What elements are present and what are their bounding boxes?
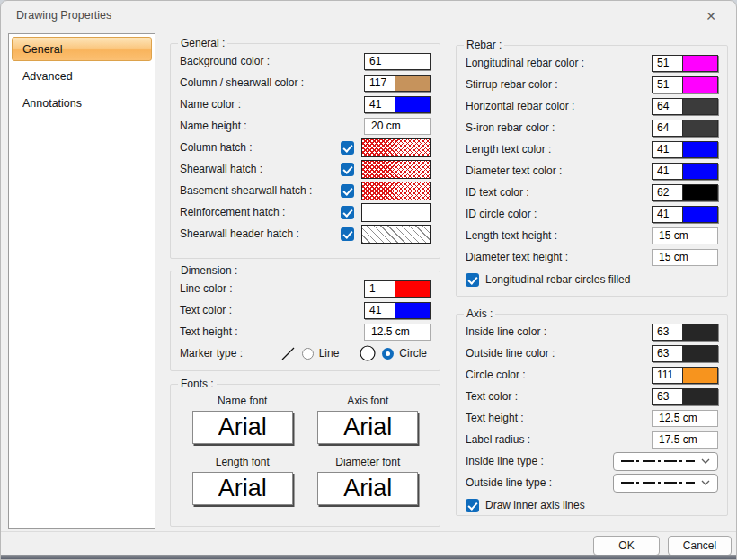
color-swatch[interactable]: [683, 142, 717, 157]
field-label: Name height :: [180, 120, 247, 132]
sidebar-item-general[interactable]: General: [12, 37, 152, 61]
axis-font-cell: Axis font Arial: [317, 395, 418, 444]
sidebar-item-label: Advanced: [22, 70, 73, 83]
id-circle-color-picker[interactable]: 41: [652, 206, 718, 223]
sidebar-item-advanced[interactable]: Advanced: [12, 64, 152, 88]
color-swatch[interactable]: [683, 346, 717, 361]
color-swatch[interactable]: [395, 54, 430, 69]
dim-text-height-input[interactable]: 12.5 cm: [364, 324, 431, 341]
background-color-picker[interactable]: 61: [364, 53, 431, 70]
length-font-button[interactable]: Arial: [192, 472, 293, 505]
color-swatch[interactable]: [395, 76, 430, 91]
axis-font-button[interactable]: Arial: [317, 411, 418, 444]
shearwall-hatch-swatch[interactable]: [361, 160, 431, 179]
color-number[interactable]: 63: [653, 346, 683, 361]
color-number[interactable]: 62: [653, 185, 683, 200]
axis-text-height-input[interactable]: 12.5 cm: [652, 410, 718, 427]
color-swatch[interactable]: [683, 56, 717, 71]
color-number[interactable]: 61: [365, 54, 395, 69]
length-text-color-picker[interactable]: 41: [652, 141, 718, 158]
color-swatch[interactable]: [395, 281, 430, 297]
column-hatch-checkbox[interactable]: [341, 141, 354, 155]
color-swatch[interactable]: [683, 164, 717, 179]
sidebar-item-annotations[interactable]: Annotations: [12, 91, 152, 115]
color-swatch[interactable]: [683, 185, 717, 200]
close-icon[interactable]: ✕: [695, 4, 727, 27]
marker-circle-radio[interactable]: [382, 348, 394, 360]
color-number[interactable]: 51: [653, 56, 683, 71]
color-swatch[interactable]: [683, 207, 717, 222]
color-swatch[interactable]: [683, 368, 717, 383]
longitudinal-rebar-color-picker[interactable]: 51: [652, 55, 718, 72]
color-swatch[interactable]: [683, 324, 717, 340]
cancel-button[interactable]: Cancel: [668, 536, 732, 556]
color-swatch[interactable]: [683, 389, 717, 404]
basement-shearwall-hatch-row: Basement shearwall hatch :: [180, 180, 431, 201]
s-iron-rebar-color-picker[interactable]: 64: [652, 120, 718, 137]
dim-text-color-row: Text color : 41: [180, 299, 431, 321]
color-number[interactable]: 41: [653, 207, 683, 222]
color-number[interactable]: 41: [365, 303, 395, 318]
inside-line-type-dropdown[interactable]: [613, 452, 718, 471]
color-swatch[interactable]: [395, 303, 430, 318]
dash-dot-line-icon: [621, 460, 695, 462]
reinforcement-hatch-checkbox[interactable]: [341, 206, 354, 219]
id-text-color-row: ID text color : 62: [466, 182, 718, 203]
category-sidebar: General Advanced Annotations: [8, 33, 155, 529]
font-caption: Length font: [216, 456, 270, 468]
chevron-down-icon: [701, 480, 710, 485]
color-swatch[interactable]: [395, 97, 430, 112]
axis-text-color-picker[interactable]: 63: [652, 388, 718, 405]
title-bar[interactable]: Drawing Properties ✕: [1, 1, 736, 30]
field-label: Text height :: [466, 412, 524, 424]
name-color-picker[interactable]: 41: [364, 96, 431, 113]
color-number[interactable]: 64: [653, 99, 683, 114]
color-number[interactable]: 63: [653, 324, 683, 340]
horizontal-rebar-color-picker[interactable]: 64: [652, 98, 718, 115]
column-shearwall-color-picker[interactable]: 117: [364, 75, 431, 92]
field-label: Longitudinal rebar color :: [466, 57, 584, 69]
name-height-input[interactable]: 20 cm: [364, 118, 431, 135]
shearwall-header-hatch-checkbox[interactable]: [341, 227, 354, 241]
shearwall-header-hatch-swatch[interactable]: [361, 225, 431, 244]
column-hatch-swatch[interactable]: [361, 138, 431, 157]
diameter-font-button[interactable]: Arial: [317, 472, 418, 505]
color-number[interactable]: 41: [653, 142, 683, 157]
diameter-text-color-picker[interactable]: 41: [652, 163, 718, 180]
field-label: Outside line type :: [466, 476, 552, 489]
line-color-picker[interactable]: 1: [364, 280, 431, 298]
draw-inner-axis-lines-checkbox[interactable]: [466, 499, 479, 512]
color-number[interactable]: 117: [365, 76, 395, 91]
color-number[interactable]: 1: [365, 281, 395, 297]
marker-line-radio[interactable]: [302, 348, 314, 360]
color-swatch[interactable]: [683, 77, 717, 93]
id-text-color-picker[interactable]: 62: [652, 184, 718, 201]
color-number[interactable]: 64: [653, 120, 683, 136]
name-font-button[interactable]: Arial: [192, 411, 293, 444]
label-radius-input[interactable]: 17.5 cm: [652, 431, 718, 449]
ok-button[interactable]: OK: [593, 536, 660, 556]
color-number[interactable]: 41: [365, 97, 395, 112]
circle-color-picker[interactable]: 111: [652, 367, 718, 384]
longitudinal-rebar-circles-filled-checkbox[interactable]: [466, 273, 479, 287]
color-number[interactable]: 41: [653, 164, 683, 179]
color-number[interactable]: 111: [653, 368, 683, 383]
shearwall-hatch-checkbox[interactable]: [341, 163, 354, 176]
color-swatch[interactable]: [683, 99, 717, 114]
diameter-text-height-input[interactable]: 15 cm: [652, 249, 718, 266]
reinforcement-hatch-swatch[interactable]: [361, 203, 431, 222]
color-swatch[interactable]: [683, 120, 717, 136]
stirrup-rebar-color-picker[interactable]: 51: [652, 76, 718, 93]
dim-text-color-picker[interactable]: 41: [364, 302, 431, 319]
color-number[interactable]: 63: [653, 389, 683, 404]
font-caption: Name font: [218, 395, 267, 407]
basement-shearwall-hatch-swatch[interactable]: [361, 182, 431, 200]
inside-line-color-picker[interactable]: 63: [652, 324, 718, 341]
outside-line-color-picker[interactable]: 63: [652, 345, 718, 362]
outside-line-type-dropdown[interactable]: [613, 474, 718, 493]
color-number[interactable]: 51: [653, 77, 683, 93]
inside-line-color-row: Inside line color : 63: [466, 321, 718, 342]
basement-shearwall-hatch-checkbox[interactable]: [341, 184, 354, 198]
checkbox-label: Longitudinal rebar circles filled: [485, 273, 630, 286]
length-text-height-input[interactable]: 15 cm: [652, 227, 718, 244]
